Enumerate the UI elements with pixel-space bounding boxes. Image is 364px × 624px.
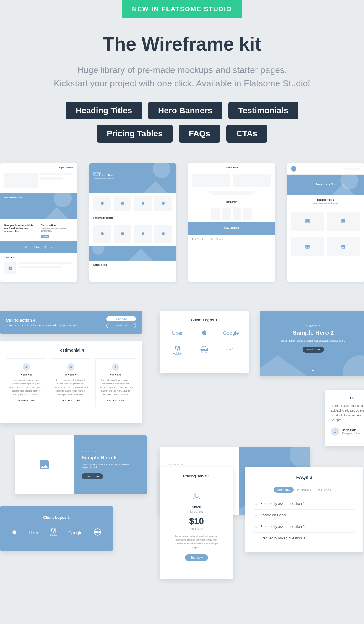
hero-title: Sample Hero Title [4, 196, 22, 199]
plan-name: Small [171, 505, 222, 509]
tab-payments[interactable]: PAYMENTS [294, 487, 315, 493]
author-role: Designer / Uber [342, 432, 361, 435]
tile-faqs-3[interactable]: FAQs 3 SHIPPING PAYMENTS RETURNS ⌄Freque… [245, 467, 363, 552]
logo-adobe: Adobe [49, 528, 57, 537]
faq-item[interactable]: ⌄Frequently asked question 2 [254, 521, 355, 533]
icon-grid [89, 193, 176, 214]
subtitle: SUBTITLE [168, 463, 230, 466]
logo-uber: Uber [29, 530, 38, 535]
instagram-label: Instagram [192, 201, 271, 203]
tile-testimonial-cut[interactable]: Te "Lorem ipsum dolor sit amet, adipisci… [325, 390, 364, 446]
chevron-down-icon: ⌄ [255, 536, 257, 540]
chevron-down-icon: ⌄ [311, 367, 315, 372]
logo-uber: Uber [172, 330, 183, 336]
page-title: The Wireframe kit [0, 33, 364, 55]
hero-title: Sample Hero Title [93, 174, 113, 177]
tile-client-logos-1[interactable]: Client Logos 1 Uber Google Adobe DELL [160, 311, 249, 373]
svg-rect-3 [162, 202, 165, 204]
plan-icon [171, 492, 222, 502]
tile-cta-4[interactable]: Call to action 4 Lorem ipsum dolor sit a… [0, 311, 142, 334]
chevron-down-icon: ⌄ [255, 525, 257, 529]
tile-client-logos-2[interactable]: Client Logos 2 Uber Adobe Google DELL [0, 506, 113, 551]
tile-title: Client Logos 1 [166, 318, 242, 322]
faq-item[interactable]: ⌄Frequently asked question 1 [254, 498, 355, 510]
favorites-label: Favorite products [93, 216, 172, 219]
logo-strip: ✔Uber◎▲ [0, 241, 77, 253]
subtitle: SUBTITLE [82, 450, 139, 453]
avatar-icon [23, 363, 30, 371]
chevron-down-icon: ⌄ [255, 502, 257, 506]
carousel-card-4[interactable]: Sample Hero Title Heading Title 1Lorem i… [287, 163, 364, 282]
subtitle: SUBTITLE [266, 325, 360, 328]
carousel-card-1[interactable]: Company news Sample Hero Title Grow your… [0, 163, 77, 282]
cta-title: Call to action 4 [6, 318, 78, 323]
logo-dell: DELL [200, 345, 208, 355]
plan-for: for starters [171, 510, 222, 513]
tab-shipping: Free Shipping [192, 238, 205, 240]
tile-testimonial-4[interactable]: Testimonial 4 ★★★★★ Lorem ipsum dolor si… [0, 341, 142, 423]
carousel-card-2[interactable]: SUBTITLESample Hero TitleLorem ipsum dol… [89, 163, 176, 282]
testimonial-card: ★★★★★ Lorem ipsum dolor sit amet, consec… [95, 358, 136, 407]
logo-google: Google [223, 330, 239, 336]
faq-item[interactable]: ⌄Frequently asked question 3 [254, 533, 355, 544]
plan-desc: Lorem ipsum dolor sit amet, consectetur … [171, 534, 222, 549]
mini-button: Button [41, 235, 49, 238]
wireframe-hero: SUBTITLESample Hero TitleLorem ipsum dol… [89, 163, 176, 193]
title-box-label: Title box 1 [4, 256, 73, 259]
hero-desc: Lorem ipsum dolor sit amet, consectetur … [266, 339, 360, 342]
start-now-button[interactable]: Start now [106, 316, 136, 321]
chevron-down-icon: ⌄ [255, 513, 257, 517]
pill-ctas[interactable]: CTAs [226, 125, 267, 143]
hero-title: Sample Hero 5 [82, 455, 139, 461]
tab-returns[interactable]: RETURNS [315, 487, 335, 493]
logo-dell: DELL [94, 528, 101, 537]
svg-rect-0 [101, 202, 104, 204]
pill-testimonials[interactable]: Testimonials [228, 102, 298, 119]
plan-price: $10 [171, 516, 222, 526]
svg-rect-6 [142, 232, 144, 235]
svg-rect-4 [101, 232, 104, 235]
faq-item[interactable]: ⌄Accordion Panel [254, 510, 355, 521]
banner-strip [89, 246, 176, 261]
logo-apple [201, 329, 207, 337]
more-info-button[interactable]: More info [106, 323, 136, 328]
tile-sample-hero-5[interactable]: SUBTITLE Sample Hero 5 Lorem ipsum dolor… [15, 435, 147, 494]
carousel-card-3[interactable]: Latest news Instagram Stay updated Free … [188, 163, 275, 282]
wireframe-hero: Sample Hero Title [0, 193, 77, 219]
start-now-button[interactable]: Start now [185, 554, 208, 561]
quote-text: "Lorem ipsum dolor sit amet, adipiscing … [331, 404, 364, 423]
pill-pricing-tables[interactable]: Pricing Tables [97, 125, 173, 143]
tab-shipping[interactable]: SHIPPING [274, 487, 294, 493]
cta-desc: Lorem ipsum dolor sit amet, consectetur … [6, 324, 78, 327]
svg-rect-5 [121, 232, 124, 235]
grow-text: Grow your business, establish your brand… [4, 224, 37, 232]
hero-title: Sample Hero 2 [266, 329, 360, 336]
logo-apple [12, 529, 17, 536]
tile-pricing-table-1[interactable]: Pricing Table 1 Small for starters $10 P… [160, 467, 233, 579]
tile-sample-hero-2[interactable]: SUBTITLE Sample Hero 2 Lorem ipsum dolor… [260, 311, 364, 376]
svg-rect-7 [162, 232, 165, 235]
hero-desc: Lorem ipsum dolor sit amet, consectetur … [82, 463, 139, 469]
cta-label: Call to action [41, 224, 73, 227]
pill-heading-titles[interactable]: Heading Titles [66, 102, 142, 119]
tile-title: FAQs 3 [254, 475, 355, 480]
svg-point-12 [194, 494, 195, 495]
pill-faqs[interactable]: FAQs [179, 125, 220, 143]
tile-title: Pricing Table 1 [167, 474, 226, 478]
tile-title: Client Logos 2 [6, 515, 107, 520]
tile-title: Te [331, 396, 364, 400]
logo-nike [226, 347, 236, 353]
logo-adobe: Adobe [173, 345, 182, 355]
read-more-button[interactable]: Read more [82, 473, 103, 479]
latest-label: Latest news [93, 263, 172, 266]
read-more-button[interactable]: Read more [303, 347, 324, 353]
template-carousel: Company news Sample Hero Title Grow your… [0, 163, 364, 282]
logo-google: Google [68, 530, 82, 535]
hero-image-placeholder [15, 435, 74, 494]
avatar-icon [331, 427, 339, 436]
tab-returns: Free Returns [211, 238, 223, 240]
svg-text:DELL: DELL [95, 531, 100, 533]
category-pills: Heading Titles Hero Banners Testimonials [0, 102, 364, 119]
pill-hero-banners[interactable]: Hero Banners [148, 102, 222, 119]
plan-period: Per month [171, 527, 222, 530]
